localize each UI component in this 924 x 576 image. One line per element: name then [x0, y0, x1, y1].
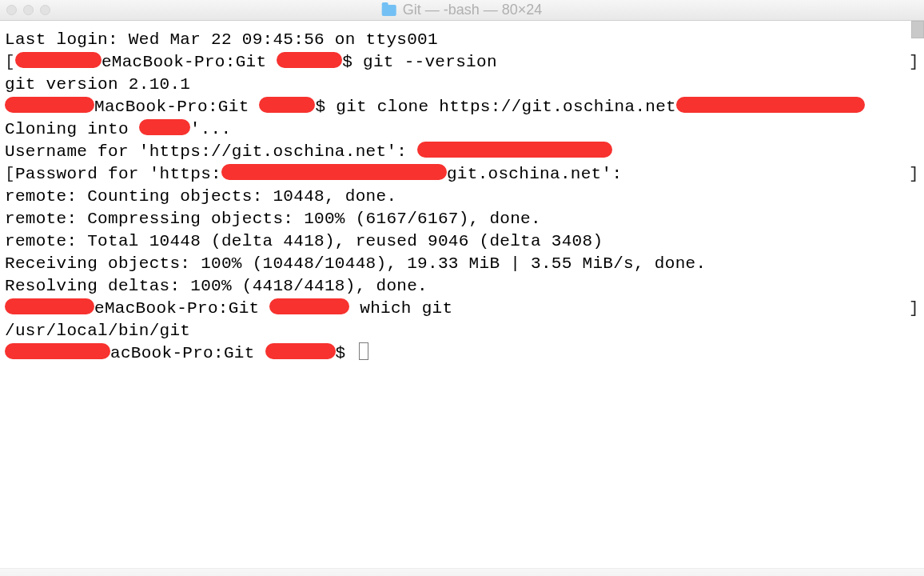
terminal-line: git version 2.10.1 — [5, 74, 919, 96]
minimize-window-button[interactable] — [23, 5, 34, 15]
redaction — [5, 298, 94, 314]
redaction — [15, 52, 102, 68]
terminal-line: [eMacBook-Pro:Git $ git --version] — [5, 51, 919, 74]
terminal-line: /usr/local/bin/git — [5, 320, 919, 342]
terminal-cursor — [359, 342, 368, 360]
redaction — [269, 298, 349, 314]
redaction — [221, 164, 447, 180]
redaction — [139, 119, 190, 135]
terminal-line: remote: Compressing objects: 100% (6167/… — [5, 208, 919, 230]
terminal-line: MacBook-Pro:Git $ git clone https://git.… — [5, 96, 919, 118]
redaction — [5, 343, 110, 359]
terminal-line: remote: Counting objects: 10448, done. — [5, 186, 919, 208]
terminal-prompt-line: acBook-Pro:Git $ — [5, 342, 919, 365]
redaction — [259, 97, 315, 113]
window-title-text: Git — -bash — 80×24 — [403, 2, 543, 18]
window-title: Git — -bash — 80×24 — [382, 2, 543, 18]
terminal-line: eMacBook-Pro:Git which git] — [5, 298, 919, 320]
bottom-edge — [0, 568, 924, 576]
traffic-lights — [6, 5, 50, 15]
redaction — [417, 142, 612, 158]
terminal-line: Last login: Wed Mar 22 09:45:56 on ttys0… — [5, 29, 919, 51]
redaction — [265, 343, 336, 359]
terminal-line: [Password for 'https:git.oschina.net':] — [5, 163, 919, 186]
window-titlebar: Git — -bash — 80×24 — [0, 0, 924, 21]
close-window-button[interactable] — [6, 5, 17, 15]
terminal-line: Cloning into '... — [5, 118, 919, 141]
zoom-window-button[interactable] — [40, 5, 50, 15]
redaction — [5, 97, 94, 113]
terminal-line: Resolving deltas: 100% (4418/4418), done… — [5, 275, 919, 298]
terminal-output[interactable]: Last login: Wed Mar 22 09:45:56 on ttys0… — [0, 21, 924, 576]
folder-icon — [382, 5, 396, 16]
terminal-line: Username for 'https://git.oschina.net': — [5, 141, 919, 163]
terminal-line: remote: Total 10448 (delta 4418), reused… — [5, 230, 919, 253]
redaction — [277, 52, 342, 68]
redaction — [676, 97, 865, 113]
terminal-line: Receiving objects: 100% (10448/10448), 1… — [5, 253, 919, 275]
